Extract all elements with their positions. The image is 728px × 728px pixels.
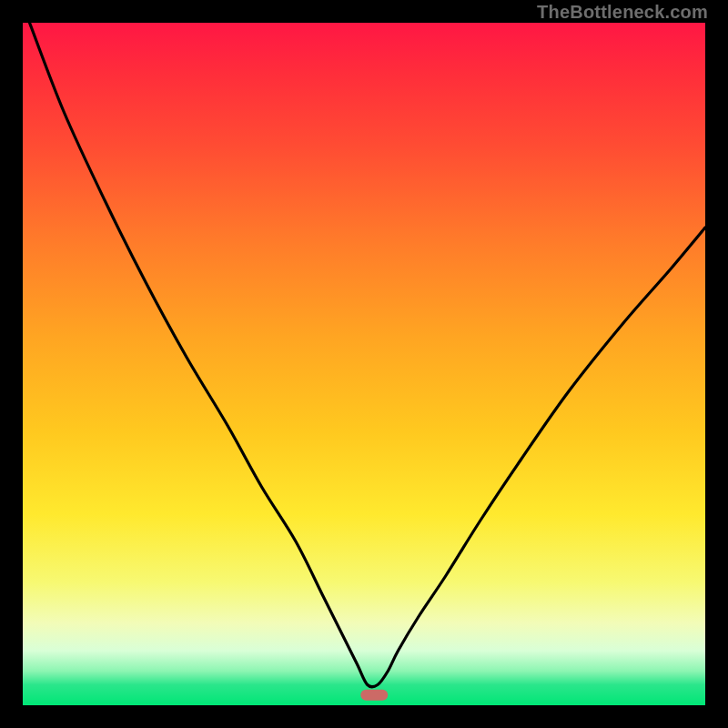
optimal-marker (360, 690, 388, 701)
chart-overlay (23, 23, 705, 705)
chart-frame: TheBottleneck.com (0, 0, 728, 728)
watermark-label: TheBottleneck.com (537, 2, 708, 23)
bottleneck-curve (30, 23, 706, 687)
